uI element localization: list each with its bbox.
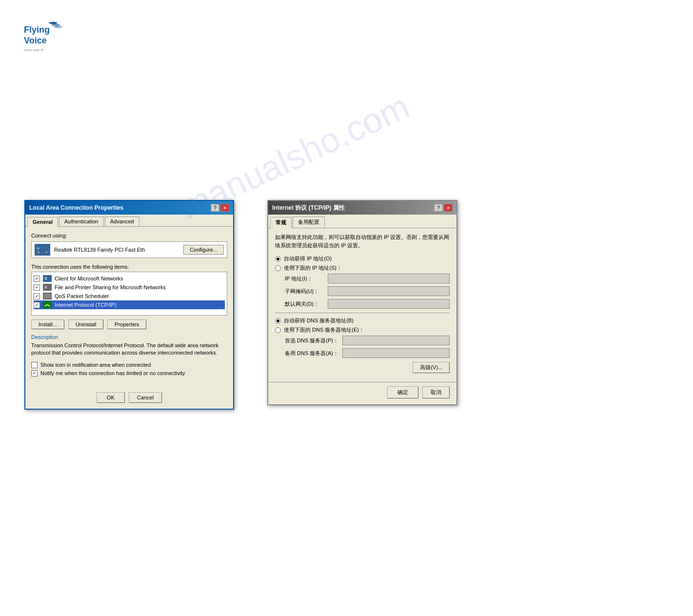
item-icon-qos xyxy=(43,293,52,299)
help-button-right[interactable]: ? xyxy=(434,204,443,212)
checkbox-fileprint[interactable] xyxy=(34,284,40,291)
alternate-dns-label: 备用 DNS 服务器(A)： xyxy=(285,350,338,357)
subnet-input[interactable] xyxy=(328,286,450,296)
cancel-button-right[interactable]: 取消 xyxy=(422,386,450,398)
logo: Flying Voice Voice over IP xyxy=(21,18,80,64)
dialog-titlebar-left: Local Area Connection Properties ? ✕ xyxy=(25,201,233,215)
manual-ip-row[interactable]: 使用下面的 IP 地址(S)： xyxy=(275,264,450,272)
items-label: This connection uses the following items… xyxy=(31,264,227,270)
cancel-button-left[interactable]: Cancel xyxy=(129,392,162,403)
checkbox-tcpip[interactable] xyxy=(34,302,40,308)
ok-cancel-row-left: OK Cancel xyxy=(25,388,233,409)
svg-text:Voice over IP: Voice over IP xyxy=(24,48,44,52)
item-icon-client xyxy=(43,275,52,282)
connect-using-label: Connect using: xyxy=(31,233,227,238)
item-label-fileprint: File and Printer Sharing for Microsoft N… xyxy=(55,284,166,290)
gateway-input[interactable] xyxy=(328,299,450,309)
checkbox-row-notification[interactable]: Show icon in notification area when conn… xyxy=(31,362,227,368)
gateway-field-row: 默认网关(D)： xyxy=(285,299,450,309)
alternate-dns-row: 备用 DNS 服务器(A)： xyxy=(285,348,450,358)
advanced-row: 高级(V)... xyxy=(275,362,450,373)
svg-text:Voice: Voice xyxy=(24,36,47,45)
ip-label: IP 地址(I)： xyxy=(285,275,324,282)
alternate-dns-input[interactable] xyxy=(342,348,450,358)
tab-general-cn[interactable]: 常规 xyxy=(270,217,292,228)
tab-general[interactable]: General xyxy=(27,217,58,227)
titlebar-icons-left: ? ✕ xyxy=(211,204,229,212)
ip-field-row: IP 地址(I)： xyxy=(285,274,450,283)
item-label-tcpip: Internet Protocol (TCP/IP) xyxy=(55,302,117,308)
svg-rect-11 xyxy=(44,294,51,298)
tab-authentication[interactable]: Authentication xyxy=(59,217,104,226)
ip-input[interactable] xyxy=(328,274,450,283)
list-item-tcpip[interactable]: Internet Protocol (TCP/IP) xyxy=(34,300,225,309)
separator xyxy=(275,313,450,313)
uninstall-button[interactable]: Uninstall xyxy=(68,319,103,329)
tcp-info-text: 如果网络支持此功能，则可以获取自动指派的 IP 设置。否则，您需要从网络系统管理… xyxy=(275,233,450,249)
dialog-title-right: Internet 协议 (TCP/IP) 属性 xyxy=(272,204,345,212)
tcp-ok-cancel: 确定 取消 xyxy=(268,382,456,404)
ok-button-right[interactable]: 确定 xyxy=(387,386,418,398)
help-button-left[interactable]: ? xyxy=(211,204,219,212)
nic-icon xyxy=(35,244,50,256)
description-text: Transmission Control Protocol/Internet P… xyxy=(31,342,227,357)
auto-dns-label: 自动获得 DNS 服务器地址(B) xyxy=(284,317,354,324)
item-label-client: Client for Microsoft Networks xyxy=(55,276,123,281)
list-item-fileprint[interactable]: File and Printer Sharing for Microsoft N… xyxy=(34,283,225,292)
ok-button-left[interactable]: OK xyxy=(97,392,125,403)
tcp-content: 如果网络支持此功能，则可以获取自动指派的 IP 设置。否则，您需要从网络系统管理… xyxy=(268,228,456,382)
description-title: Description xyxy=(31,334,227,340)
preferred-dns-label: 首选 DNS 服务器(P)： xyxy=(285,337,338,344)
manual-ip-radio[interactable] xyxy=(275,265,281,271)
nic-name: Realtek RTL8139 Family PCI Fast Eth xyxy=(54,247,179,253)
manual-dns-label: 使用下面的 DNS 服务器地址(E)： xyxy=(284,326,364,334)
list-item-qos[interactable]: QoS Packet Scheduler xyxy=(34,292,225,300)
item-label-qos: QoS Packet Scheduler xyxy=(55,293,109,299)
tab-advanced[interactable]: Advanced xyxy=(105,217,139,226)
dialog-titlebar-right: Internet 协议 (TCP/IP) 属性 ? ✕ xyxy=(268,201,456,215)
checkbox-client[interactable] xyxy=(34,276,40,282)
buttons-row: Install... Uninstall Properties xyxy=(31,319,227,329)
auto-dns-radio[interactable] xyxy=(275,318,281,324)
list-item-client[interactable]: Client for Microsoft Networks xyxy=(34,274,225,283)
auto-ip-label: 自动获得 IP 地址(O) xyxy=(284,255,332,262)
svg-rect-4 xyxy=(38,251,40,253)
ip-field-group: IP 地址(I)： 子网掩码(U)： 默认网关(D)： xyxy=(285,274,450,309)
checkbox-notification[interactable] xyxy=(31,362,38,368)
properties-button[interactable]: Properties xyxy=(107,319,146,329)
checkboxes-section: Show icon in notification area when conn… xyxy=(31,362,227,377)
subnet-field-row: 子网掩码(U)： xyxy=(285,286,450,296)
manual-dns-radio[interactable] xyxy=(275,327,281,333)
checkbox-notify[interactable] xyxy=(31,370,38,377)
checkbox-row-notify[interactable]: Notify me when this connection has limit… xyxy=(31,370,227,377)
item-icon-fileprint xyxy=(43,284,52,291)
item-icon-tcpip xyxy=(43,301,52,308)
svg-rect-10 xyxy=(45,286,47,289)
install-button[interactable]: Install... xyxy=(31,319,64,329)
auto-ip-row[interactable]: 自动获得 IP 地址(O) xyxy=(275,255,450,262)
dialog-tabs-left: General Authentication Advanced xyxy=(25,215,233,227)
titlebar-icons-right: ? ✕ xyxy=(434,204,453,212)
manual-dns-row[interactable]: 使用下面的 DNS 服务器地址(E)： xyxy=(275,326,450,334)
auto-ip-radio[interactable] xyxy=(275,256,281,262)
tcp-ip-dialog: Internet 协议 (TCP/IP) 属性 ? ✕ 常规 备用配置 如果网络… xyxy=(267,200,457,405)
svg-rect-5 xyxy=(45,251,47,253)
configure-button[interactable]: Configure... xyxy=(183,245,224,255)
checkbox-notification-label: Show icon in notification area when conn… xyxy=(40,362,151,368)
tab-alternate[interactable]: 备用配置 xyxy=(293,217,325,228)
advanced-button[interactable]: 高级(V)... xyxy=(413,362,450,373)
gateway-label: 默认网关(D)： xyxy=(285,300,324,308)
checkbox-qos[interactable] xyxy=(34,293,40,299)
preferred-dns-input[interactable] xyxy=(342,336,450,345)
close-button-right[interactable]: ✕ xyxy=(444,204,453,212)
manual-ip-label: 使用下面的 IP 地址(S)： xyxy=(284,264,342,272)
dialog-tabs-right: 常规 备用配置 xyxy=(268,215,456,228)
dns-field-group: 首选 DNS 服务器(P)： 备用 DNS 服务器(A)： xyxy=(285,336,450,358)
subnet-label: 子网掩码(U)： xyxy=(285,288,324,295)
dialog-content-left: Connect using: Realtek RTL8139 Family PC… xyxy=(25,227,233,388)
description-section: Description Transmission Control Protoco… xyxy=(31,334,227,357)
svg-text:Flying: Flying xyxy=(24,25,50,35)
items-list: Client for Microsoft Networks File and P… xyxy=(31,272,227,316)
auto-dns-row[interactable]: 自动获得 DNS 服务器地址(B) xyxy=(275,317,450,324)
close-button-left[interactable]: ✕ xyxy=(220,204,229,212)
